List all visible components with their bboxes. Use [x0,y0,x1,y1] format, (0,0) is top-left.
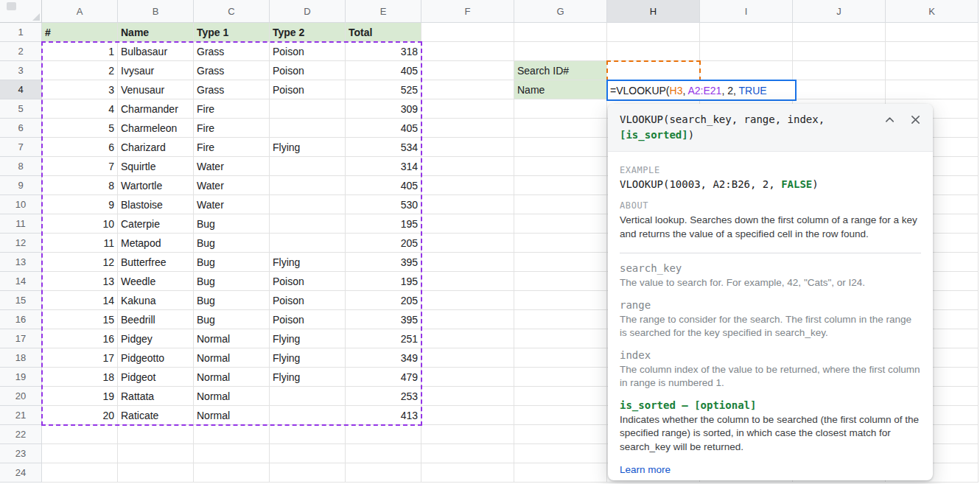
cell-D11[interactable] [270,214,346,234]
cell-E15[interactable]: 205 [346,291,421,310]
cell-B10[interactable]: Blastoise [118,195,194,214]
cell-G14[interactable] [514,272,607,291]
cell-B23[interactable] [118,444,194,463]
cell-A14[interactable]: 13 [42,272,118,291]
cell-G2[interactable] [514,42,607,61]
cell-I2[interactable] [700,42,793,61]
cell-F6[interactable] [421,119,514,138]
cell-E9[interactable]: 405 [346,176,421,195]
cell-C6[interactable]: Fire [194,119,270,138]
cell-G6[interactable] [514,119,607,138]
cell-A11[interactable]: 10 [42,214,118,234]
cell-A17[interactable]: 16 [42,329,118,348]
cell-F13[interactable] [421,253,514,272]
cell-D20[interactable] [270,387,346,406]
cell-E12[interactable]: 205 [346,234,421,253]
cell-D16[interactable]: Poison [270,310,346,329]
cell-G20[interactable] [514,387,607,406]
cell-D4[interactable]: Poison [270,80,346,99]
cell-E1[interactable]: Total [346,23,421,42]
row-header-6[interactable]: 6 [0,119,42,138]
learn-more-link[interactable]: Learn more [620,464,671,475]
cell-F17[interactable] [421,329,514,348]
cell-D8[interactable] [270,157,346,176]
cell-B18[interactable]: Pidgeotto [118,348,194,368]
cell-G11[interactable] [514,214,607,234]
cell-G15[interactable] [514,291,607,310]
cell-K2[interactable] [886,42,979,61]
cell-C19[interactable]: Normal [194,368,270,387]
cell-A2[interactable]: 1 [42,42,118,61]
cell-F10[interactable] [421,195,514,214]
cell-C14[interactable]: Bug [194,272,270,291]
cell-C24[interactable] [194,463,270,483]
cell-E4[interactable]: 525 [346,80,421,99]
cell-A16[interactable]: 15 [42,310,118,329]
cell-B17[interactable]: Pidgey [118,329,194,348]
cell-F11[interactable] [421,214,514,234]
cell-F21[interactable] [421,406,514,425]
cell-G13[interactable] [514,253,607,272]
cell-G24[interactable] [514,463,607,483]
cell-E14[interactable]: 195 [346,272,421,291]
cell-D10[interactable] [270,195,346,214]
cell-C18[interactable]: Normal [194,348,270,368]
row-header-14[interactable]: 14 [0,272,42,291]
cell-C23[interactable] [194,444,270,463]
cell-C7[interactable]: Fire [194,138,270,157]
cell-A10[interactable]: 9 [42,195,118,214]
cell-D18[interactable]: Flying [270,348,346,368]
row-header-3[interactable]: 3 [0,61,42,80]
row-header-20[interactable]: 20 [0,387,42,406]
cell-F2[interactable] [421,42,514,61]
cell-A5[interactable]: 4 [42,99,118,119]
cell-D7[interactable]: Flying [270,138,346,157]
cell-E18[interactable]: 349 [346,348,421,368]
cell-G7[interactable] [514,138,607,157]
cell-F22[interactable] [421,425,514,444]
cell-C13[interactable]: Bug [194,253,270,272]
cell-G9[interactable] [514,176,607,195]
row-header-12[interactable]: 12 [0,234,42,253]
cell-G12[interactable] [514,234,607,253]
row-header-13[interactable]: 13 [0,253,42,272]
cell-A8[interactable]: 7 [42,157,118,176]
cell-A1[interactable]: # [42,23,118,42]
cell-B7[interactable]: Charizard [118,138,194,157]
cell-A7[interactable]: 6 [42,138,118,157]
cell-A15[interactable]: 14 [42,291,118,310]
cell-C2[interactable]: Grass [194,42,270,61]
cell-G5[interactable] [514,99,607,119]
cell-C20[interactable]: Normal [194,387,270,406]
cell-C1[interactable]: Type 1 [194,23,270,42]
cell-G18[interactable] [514,348,607,368]
cell-A20[interactable]: 19 [42,387,118,406]
cell-F14[interactable] [421,272,514,291]
cell-G3[interactable]: Search ID# [514,61,607,80]
cell-E22[interactable] [346,425,421,444]
formula-cell-editor[interactable]: =VLOOKUP(H3, A2:E21, 2, TRUE [606,80,797,101]
cell-E13[interactable]: 395 [346,253,421,272]
cell-F9[interactable] [421,176,514,195]
cell-A24[interactable] [42,463,118,483]
row-header-1[interactable]: 1 [0,23,42,42]
cell-D24[interactable] [270,463,346,483]
cell-F16[interactable] [421,310,514,329]
cell-E16[interactable]: 395 [346,310,421,329]
cell-F18[interactable] [421,348,514,368]
cell-G4[interactable]: Name [514,80,607,99]
cell-D12[interactable] [270,234,346,253]
cell-D1[interactable]: Type 2 [270,23,346,42]
cell-D19[interactable]: Flying [270,368,346,387]
cell-C10[interactable]: Water [194,195,270,214]
row-header-22[interactable]: 22 [0,425,42,444]
cell-G21[interactable] [514,406,607,425]
cell-J3[interactable] [793,61,886,80]
cell-C15[interactable]: Bug [194,291,270,310]
cell-F8[interactable] [421,157,514,176]
cell-E10[interactable]: 530 [346,195,421,214]
cell-I3[interactable] [700,61,793,80]
cell-A23[interactable] [42,444,118,463]
cell-F7[interactable] [421,138,514,157]
cell-B9[interactable]: Wartortle [118,176,194,195]
